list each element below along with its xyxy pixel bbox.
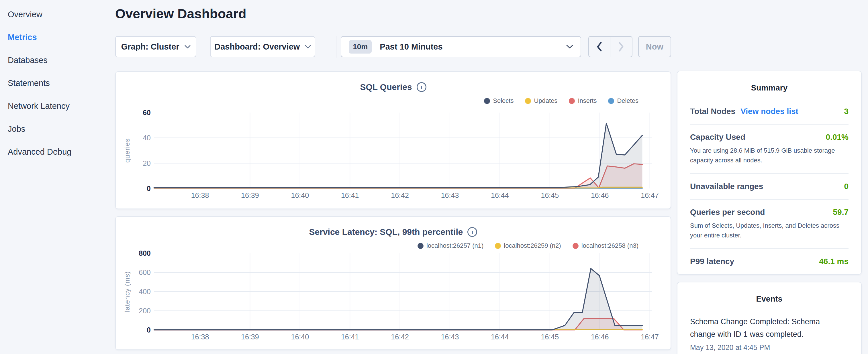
chart-header: SQL Queriesi (116, 82, 671, 92)
chart-title: Service Latency: SQL, 99th percentile (309, 227, 463, 237)
x-tick-label: 16:45 (541, 191, 559, 199)
sidebar-item-advanced-debug[interactable]: Advanced Debug (8, 140, 115, 163)
summary-value: 0 (844, 182, 848, 191)
chart-canvas[interactable]: 020406016:3816:3916:4016:4116:4216:4316:… (116, 72, 672, 210)
legend-item: localhost:26259 (n2) (495, 242, 561, 250)
x-tick-label: 16:41 (341, 191, 359, 199)
chevron-left-icon (596, 41, 602, 52)
y-tick-label: 400 (139, 288, 151, 296)
chevron-down-icon (566, 45, 573, 49)
dashboard-dropdown-label: Dashboard: Overview (214, 42, 300, 52)
summary-panel: Summary Total NodesView nodes list3Capac… (677, 71, 862, 275)
info-icon[interactable]: i (417, 82, 426, 92)
event-timestamp: May 13, 2020 at 4:45 PM (690, 344, 848, 352)
x-tick-label: 16:38 (191, 333, 209, 341)
prev-range-button[interactable] (589, 37, 610, 57)
legend-label: localhost:26258 (n3) (582, 242, 639, 250)
chart-card-service-latency: Service Latency: SQL, 99th percentileilo… (115, 216, 671, 350)
summary-value: 59.7 (833, 207, 849, 217)
summary-value: 46.1 ms (819, 257, 848, 266)
event-item[interactable]: Schema Change Completed: Schema change w… (690, 316, 848, 351)
controls-bar: Graph: Cluster Dashboard: Overview 10m P… (115, 36, 671, 58)
summary-value: 3 (844, 107, 848, 116)
controls-divider (336, 36, 336, 58)
sidebar-item-databases[interactable]: Databases (8, 49, 115, 72)
chevron-down-icon (305, 45, 311, 49)
x-tick-label: 16:47 (641, 191, 659, 199)
sidebar-item-jobs[interactable]: Jobs (8, 118, 115, 140)
x-tick-label: 16:43 (441, 333, 459, 341)
chart-canvas[interactable]: 020040060080016:3816:3916:4016:4116:4216… (116, 217, 672, 351)
summary-description: You are using 28.6 MiB of 515.9 GiB usab… (690, 146, 848, 165)
summary-title: Summary (690, 83, 848, 93)
y-tick-label: 0 (147, 185, 151, 192)
x-tick-label: 16:43 (441, 191, 459, 199)
chart-legend: SelectsUpdatesInsertsDeletes (484, 97, 639, 104)
right-sidebar: Summary Total NodesView nodes list3Capac… (677, 0, 862, 354)
chart-card-sql-queries: SQL QueriesiSelectsUpdatesInsertsDeletes… (115, 71, 671, 209)
y-tick-label: 40 (143, 134, 151, 142)
legend-item: localhost:26258 (n3) (572, 242, 639, 250)
x-tick-label: 16:46 (591, 191, 609, 199)
page-title: Overview Dashboard (115, 5, 671, 23)
summary-row: P99 latency46.1 ms (690, 248, 848, 274)
chevron-down-icon (185, 45, 191, 49)
sidebar-item-network-latency[interactable]: Network Latency (8, 95, 115, 118)
summary-row: Capacity Used0.01%You are using 28.6 MiB… (690, 124, 848, 173)
x-tick-label: 16:44 (491, 191, 509, 199)
graph-dropdown-label: Graph: Cluster (121, 42, 179, 52)
sidebar-item-statements[interactable]: Statements (8, 72, 115, 95)
summary-label: Total Nodes (690, 107, 735, 116)
y-tick-label: 60 (143, 108, 151, 117)
legend-item: Updates (525, 97, 557, 104)
time-window-label: Past 10 Minutes (380, 42, 442, 52)
legend-dot-icon (484, 98, 490, 104)
next-range-button[interactable] (610, 37, 632, 57)
nodes-list-link[interactable]: View nodes list (741, 107, 798, 116)
summary-label: Queries per second (690, 207, 765, 217)
x-tick-label: 16:45 (541, 333, 559, 341)
sidebar-item-metrics[interactable]: Metrics (8, 26, 115, 49)
y-tick-label: 0 (147, 326, 151, 334)
legend-dot-icon (608, 98, 614, 104)
dashboard-dropdown[interactable]: Dashboard: Overview (210, 36, 315, 57)
x-tick-label: 16:42 (391, 333, 409, 341)
legend-item: Selects (484, 97, 514, 104)
time-window-badge: 10m (349, 40, 372, 54)
summary-label: Unavailable ranges (690, 182, 763, 191)
legend-item: localhost:26257 (n1) (417, 242, 484, 250)
summary-label: P99 latency (690, 257, 734, 266)
legend-dot-icon (569, 98, 575, 104)
legend-label: Inserts (578, 97, 597, 104)
x-tick-label: 16:46 (591, 333, 609, 341)
y-tick-label: 800 (139, 249, 151, 257)
x-tick-label: 16:44 (491, 333, 509, 341)
time-window-dropdown[interactable]: 10m Past 10 Minutes (341, 36, 581, 57)
legend-label: Updates (534, 97, 557, 104)
events-panel: Events Schema Change Completed: Schema c… (677, 282, 862, 354)
events-title: Events (690, 294, 848, 303)
legend-label: Deletes (617, 97, 639, 104)
legend-dot-icon (417, 243, 424, 249)
legend-dot-icon (572, 243, 579, 249)
x-tick-label: 16:40 (291, 333, 309, 341)
legend-label: Selects (493, 97, 514, 104)
sidebar-item-overview[interactable]: Overview (8, 3, 115, 26)
now-button[interactable]: Now (638, 36, 671, 57)
graph-dropdown[interactable]: Graph: Cluster (115, 36, 196, 57)
summary-value: 0.01% (826, 133, 848, 142)
legend-item: Deletes (608, 97, 639, 104)
main-content: Overview Dashboard Graph: Cluster Dashbo… (115, 0, 671, 354)
chart-header: Service Latency: SQL, 99th percentilei (116, 227, 671, 237)
summary-label: Capacity Used (690, 133, 745, 142)
legend-label: localhost:26257 (n1) (426, 242, 484, 250)
chevron-right-icon (618, 41, 624, 52)
y-axis-title: queries (123, 138, 131, 163)
y-tick-label: 200 (139, 307, 151, 315)
info-icon[interactable]: i (467, 227, 477, 237)
y-tick-label: 600 (139, 268, 151, 277)
x-tick-label: 16:42 (391, 191, 409, 199)
legend-dot-icon (495, 243, 501, 249)
time-range-pager (588, 36, 632, 57)
event-message: Schema Change Completed: Schema change w… (690, 316, 823, 340)
